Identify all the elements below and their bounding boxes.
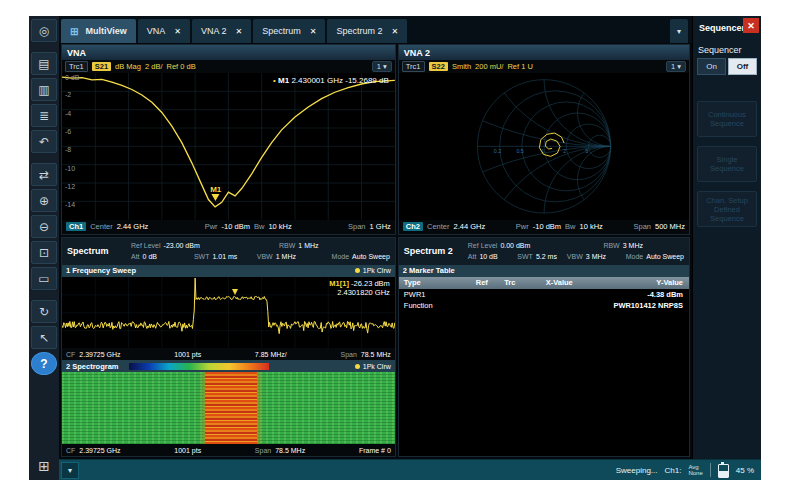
channel-chip[interactable]: Ch1 [66, 222, 86, 231]
pwr-label: Pwr [516, 222, 529, 231]
trace-select-dropdown[interactable]: 1 ▾ [372, 61, 392, 72]
battery-icon [718, 464, 729, 478]
vna-chart[interactable]: 0 dB -2 -4 -6 -8 -10 -12 -14 • M1 2.430 [62, 73, 395, 220]
zoom-area-icon[interactable]: ⊡ [31, 241, 57, 264]
subwindow-title: 2 Marker Table [403, 266, 455, 275]
y-axis-label: 0 dB [65, 74, 79, 81]
rbw-value: 3 MHz [623, 242, 643, 249]
cell-y-value: PWR101412 NRP8S [595, 301, 689, 310]
center-value: 2.44 GHz [454, 222, 486, 231]
softkey-sidebar: Sequencer ✕ Sequencer On Off Continuous … [692, 16, 761, 459]
marker-y-value: -26.23 dBm [351, 279, 390, 288]
vna2-tracebar: Trc1 S22 Smith 200 mU/ Ref 1 U 1 ▾ [399, 60, 689, 73]
spectrum2-header: Spectrum 2 Ref Level 0.00 dBm RBW [399, 238, 689, 265]
marker-name: M1 [278, 76, 289, 85]
spectrum-header: Spectrum Ref Level -23.00 dBm RBW [62, 238, 395, 265]
marker-m1[interactable]: M1 [210, 185, 221, 201]
continuous-sequence-button[interactable]: Continuous Sequence [697, 101, 757, 137]
tab-close-icon[interactable]: ✕ [172, 27, 181, 36]
help-icon[interactable]: ? [31, 352, 57, 375]
bw-value: 10 kHz [268, 222, 291, 231]
per-div-value: 7.85 MHz/ [255, 351, 287, 358]
vna2-window[interactable]: VNA 2 Trc1 S22 Smith 200 mU/ Ref 1 U 1 ▾ [398, 44, 690, 235]
window-title[interactable]: Spectrum 2 [404, 246, 462, 256]
help-pointer-icon[interactable]: ↖ [31, 326, 57, 349]
analyzer-app: ◎ ▤ ▥ ≣ ↶ ⇄ ⊕ ⊖ ⊡ ▭ ↻ ↖ ? ⊞ ⊞ MultiView … [29, 16, 761, 480]
mode-label: Mode [332, 253, 350, 260]
tab-spectrum[interactable]: Spectrum ✕ [253, 19, 325, 43]
tab-multiview[interactable]: ⊞ MultiView [61, 19, 136, 43]
transfer-icon[interactable]: ⇄ [31, 163, 57, 186]
spectrum-window[interactable]: Spectrum Ref Level -23.00 dBm RBW [61, 237, 396, 457]
rbw-label: RBW [279, 242, 295, 249]
tab-spectrum2[interactable]: Spectrum 2 ✕ [327, 19, 407, 43]
trace-chip[interactable]: Trc1 [65, 61, 88, 72]
save-icon[interactable]: ▥ [31, 78, 57, 101]
table-row[interactable]: PWR1 -4.38 dBm [399, 289, 689, 300]
y-axis-label: -4 [65, 110, 71, 117]
tab-bar: ⊞ MultiView VNA ✕ VNA 2 ✕ Spectrum ✕ [59, 16, 692, 43]
average-status: Avg None [688, 464, 702, 476]
y-axis-label: -14 [65, 201, 75, 208]
vna2-window-title[interactable]: VNA 2 [399, 45, 689, 60]
tab-vna[interactable]: VNA ✕ [138, 19, 190, 43]
channel-chip[interactable]: Ch2 [403, 222, 423, 231]
mode-value: Auto Sweep [646, 253, 684, 260]
tab-close-icon[interactable]: ✕ [308, 27, 317, 36]
vna-window[interactable]: VNA Trc1 S21 dB Mag 2 dB/ Ref 0 dB 1 ▾ [61, 44, 396, 235]
col-x-value: X-Value [524, 278, 595, 287]
smith-axis-label: 2 [563, 148, 566, 154]
chan-setup-defined-sequence-button[interactable]: Chan. Setup Defined Sequence [697, 191, 757, 227]
single-sequence-button[interactable]: Single Sequence [697, 146, 757, 182]
points-value: 1001 pts [174, 351, 201, 358]
status-bar: ▾ Sweeping... Ch1: Avg None 45 % [59, 459, 761, 480]
statusbar-expand-icon[interactable]: ▾ [61, 462, 79, 479]
vna-tracebar: Trc1 S21 dB Mag 2 dB/ Ref 0 dB 1 ▾ [62, 60, 395, 73]
sparam-chip[interactable]: S21 [92, 62, 111, 71]
tab-vna2[interactable]: VNA 2 ✕ [192, 19, 251, 43]
close-icon[interactable]: ✕ [743, 18, 759, 33]
tab-overflow-icon[interactable]: ▾ [670, 19, 688, 43]
pwr-value: -10 dBm [222, 222, 250, 231]
refresh-icon[interactable]: ↻ [31, 300, 57, 323]
zoom-out-icon[interactable]: ⊖ [31, 215, 57, 238]
tab-close-icon[interactable]: ✕ [389, 27, 398, 36]
spectrogram-display[interactable] [62, 372, 395, 444]
sweep-marker[interactable] [232, 289, 238, 295]
print-icon[interactable]: ≣ [31, 104, 57, 127]
windows-icon[interactable]: ⊞ [31, 454, 57, 477]
table-row[interactable]: Function PWR101412 NRP8S [399, 300, 689, 311]
pwr-label: Pwr [205, 222, 218, 231]
sequencer-on-button[interactable]: On [697, 58, 726, 75]
ref-level-value: 0.00 dBm [500, 242, 530, 249]
trace-legend-label: 1Pk Clrw [363, 363, 391, 370]
frequency-sweep-chart[interactable]: M1[1] -26.23 dBm 2.4301820 GHz [62, 277, 395, 349]
sequencer-menu-header: Sequencer ✕ [693, 16, 761, 40]
spectrum2-window[interactable]: Spectrum 2 Ref Level 0.00 dBm RBW [398, 237, 690, 457]
cell-type: Function [399, 301, 468, 310]
window-title[interactable]: Spectrum [67, 246, 125, 256]
back-icon[interactable]: ↶ [31, 130, 57, 153]
vna-window-title[interactable]: VNA [62, 45, 395, 60]
smith-chart[interactable]: 0.2 0.5 1 2 5 [399, 73, 689, 220]
tab-label: MultiView [85, 26, 126, 36]
span-label: Span [633, 222, 651, 231]
trace-select-dropdown[interactable]: 1 ▾ [666, 61, 686, 72]
y-axis-label: -6 [65, 128, 71, 135]
y-axis-label: -10 [65, 165, 75, 172]
sparam-chip[interactable]: S22 [429, 62, 448, 71]
sequencer-off-button[interactable]: Off [728, 58, 757, 75]
open-file-icon[interactable]: ▤ [31, 52, 57, 75]
vbw-label: VBW [567, 253, 583, 260]
trace-scale: 2 dB/ [145, 62, 163, 71]
trace-chip[interactable]: Trc1 [402, 61, 425, 72]
span-value: 78.5 MHz [275, 447, 305, 454]
swt-value: 5.2 ms [536, 253, 557, 260]
tab-close-icon[interactable]: ✕ [233, 27, 242, 36]
vna-plot [62, 73, 395, 220]
trace-ref: Ref 1 U [507, 62, 532, 71]
att-value: 10 dB [479, 253, 497, 260]
zoom-in-icon[interactable]: ⊕ [31, 189, 57, 212]
camera-icon[interactable]: ◎ [31, 19, 57, 42]
display-icon[interactable]: ▭ [31, 267, 57, 290]
